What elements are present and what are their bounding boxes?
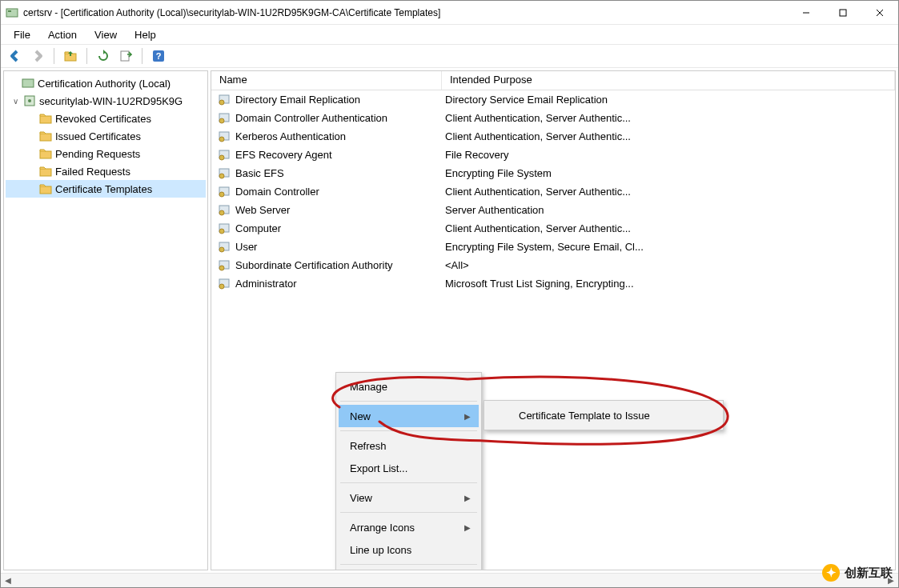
collapse-icon[interactable]: ∨ xyxy=(10,97,20,106)
cm-refresh[interactable]: Refresh xyxy=(339,434,479,457)
list-rows: Directory Email ReplicationDirectory Ser… xyxy=(211,90,895,293)
tree-label: Failed Requests xyxy=(55,166,130,178)
svg-rect-17 xyxy=(40,186,51,194)
cell-purpose: Client Authentication, Server Authentic.… xyxy=(445,130,631,142)
cm-divider xyxy=(340,401,477,402)
col-purpose[interactable]: Intended Purpose xyxy=(442,71,895,90)
template-icon xyxy=(218,204,231,217)
cm-divider xyxy=(340,512,477,513)
chevron-right-icon: ▶ xyxy=(464,412,471,421)
toolbar-separator xyxy=(142,48,142,64)
cell-purpose: Client Authentication, Server Authentic.… xyxy=(445,112,631,124)
cell-name: Directory Email Replication xyxy=(235,94,360,106)
horizontal-scrollbar[interactable]: ◄ ► xyxy=(1,573,898,587)
template-icon xyxy=(218,241,231,254)
chevron-right-icon: ▶ xyxy=(464,494,471,502)
app-window: certsrv - [Certification Authority (Loca… xyxy=(0,0,899,588)
tree-node-revoked[interactable]: Revoked Certificates xyxy=(6,110,206,127)
cm-export[interactable]: Export List... xyxy=(339,457,479,479)
tree-node-failed[interactable]: Failed Requests xyxy=(6,162,206,180)
close-button[interactable] xyxy=(861,1,898,25)
svg-point-29 xyxy=(219,192,224,197)
cm-issue-template[interactable]: Certificate Template to Issue xyxy=(487,403,720,427)
svg-point-23 xyxy=(219,137,224,142)
folder-icon xyxy=(39,112,52,125)
refresh-button[interactable] xyxy=(94,46,113,66)
list-item[interactable]: ComputerClient Authentication, Server Au… xyxy=(211,219,895,238)
cell-purpose: Client Authentication, Server Authentic.… xyxy=(445,222,631,234)
cm-divider xyxy=(340,430,477,431)
folder-icon xyxy=(39,147,52,160)
cell-purpose: File Recovery xyxy=(445,149,508,161)
template-icon xyxy=(218,278,231,290)
list-item[interactable]: EFS Recovery AgentFile Recovery xyxy=(211,146,895,164)
context-submenu-new[interactable]: Certificate Template to Issue xyxy=(484,400,724,430)
up-folder-button[interactable] xyxy=(61,46,80,66)
back-button[interactable] xyxy=(6,46,25,66)
cell-purpose: <All> xyxy=(445,259,469,271)
tree-label: Certificate Templates xyxy=(55,183,152,195)
svg-point-19 xyxy=(219,100,224,105)
list-item[interactable]: Kerberos AuthenticationClient Authentica… xyxy=(211,127,895,146)
tree-node-templates[interactable]: Certificate Templates xyxy=(6,180,206,198)
server-icon xyxy=(23,94,36,107)
tree-node-pending[interactable]: Pending Requests xyxy=(6,145,206,162)
scroll-left-icon[interactable]: ◄ xyxy=(1,574,15,588)
cell-purpose: Directory Service Email Replication xyxy=(445,94,608,106)
col-name[interactable]: Name xyxy=(211,71,442,90)
ca-root-icon xyxy=(22,77,34,90)
maximize-button[interactable] xyxy=(825,1,861,25)
template-icon xyxy=(218,186,231,198)
list-item[interactable]: Subordinate Certification Authority<All> xyxy=(211,256,895,274)
context-menu[interactable]: Manage New▶ Refresh Export List... View▶… xyxy=(335,372,482,570)
cm-lineup[interactable]: Line up Icons xyxy=(339,538,479,561)
cm-divider xyxy=(340,564,477,565)
menu-action[interactable]: Action xyxy=(40,26,85,43)
watermark-text: 创新互联 xyxy=(845,566,893,581)
menu-help[interactable]: Help xyxy=(126,26,164,43)
menu-view[interactable]: View xyxy=(86,26,125,43)
cm-manage[interactable]: Manage xyxy=(339,375,479,398)
list-item[interactable]: Domain ControllerClient Authentication, … xyxy=(211,182,895,201)
cm-new[interactable]: New▶ xyxy=(339,405,479,427)
chevron-right-icon: ▶ xyxy=(464,523,471,532)
svg-rect-16 xyxy=(40,169,51,176)
export-button[interactable] xyxy=(116,46,135,66)
cm-arrange[interactable]: Arrange Icons▶ xyxy=(339,516,479,538)
list-item[interactable]: UserEncrypting File System, Secure Email… xyxy=(211,238,895,256)
minimize-button[interactable] xyxy=(788,1,825,25)
svg-point-21 xyxy=(219,118,224,123)
tree-node-issued[interactable]: Issued Certificates xyxy=(6,127,206,145)
list-pane[interactable]: Name Intended Purpose Directory Email Re… xyxy=(211,70,896,570)
folder-icon xyxy=(39,130,52,142)
list-item[interactable]: AdministratorMicrosoft Trust List Signin… xyxy=(211,274,895,293)
svg-rect-10 xyxy=(22,79,34,87)
list-item[interactable]: Directory Email ReplicationDirectory Ser… xyxy=(211,90,895,109)
list-header: Name Intended Purpose xyxy=(211,71,895,90)
svg-point-25 xyxy=(219,155,224,160)
cell-purpose: Encrypting File System, Secure Email, Cl… xyxy=(445,241,644,253)
template-icon xyxy=(218,222,231,235)
tree-ca[interactable]: ∨ securitylab-WIN-1U2RD95K9G xyxy=(6,92,206,110)
forward-button[interactable] xyxy=(28,46,47,66)
body-split: Certification Authority (Local) ∨ securi… xyxy=(1,68,898,573)
toolbar: ? xyxy=(1,44,898,68)
svg-point-35 xyxy=(219,247,224,252)
svg-point-37 xyxy=(219,266,224,270)
list-item[interactable]: Basic EFSEncrypting File System xyxy=(211,164,895,182)
template-icon xyxy=(218,167,231,180)
menu-file[interactable]: File xyxy=(6,26,38,43)
svg-point-27 xyxy=(219,174,224,178)
tree-pane[interactable]: Certification Authority (Local) ∨ securi… xyxy=(3,70,208,570)
svg-rect-3 xyxy=(840,10,846,16)
help-button[interactable]: ? xyxy=(149,46,168,66)
list-item[interactable]: Web ServerServer Authentication xyxy=(211,201,895,219)
svg-rect-13 xyxy=(40,116,51,123)
list-item[interactable]: Domain Controller AuthenticationClient A… xyxy=(211,109,895,127)
cell-purpose: Server Authentication xyxy=(445,204,544,216)
template-icon xyxy=(218,130,231,143)
svg-rect-7 xyxy=(121,51,129,61)
tree-root[interactable]: Certification Authority (Local) xyxy=(6,74,206,92)
cm-view[interactable]: View▶ xyxy=(339,486,479,509)
cell-name: EFS Recovery Agent xyxy=(235,149,332,161)
